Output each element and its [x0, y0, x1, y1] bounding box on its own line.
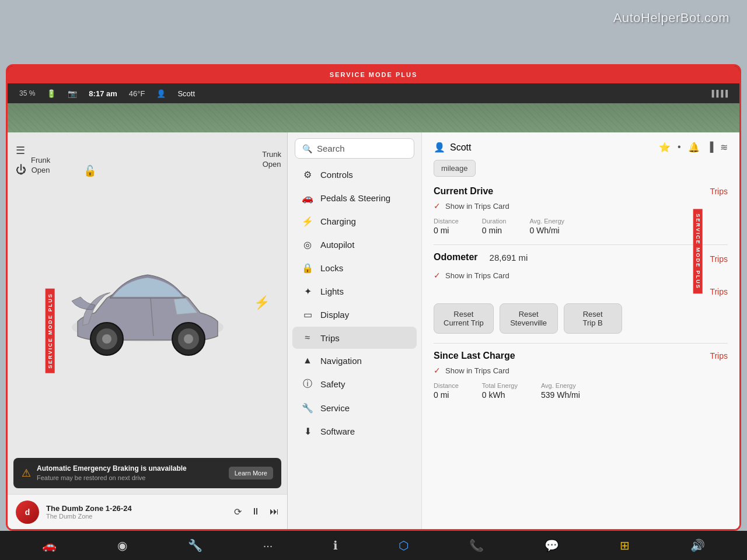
bell-icon[interactable]: 🔔	[688, 142, 700, 153]
restart-icon[interactable]: ⟳	[234, 506, 242, 517]
current-drive-title: Current Drive	[434, 186, 493, 197]
wifi-icon: ≋	[720, 142, 728, 153]
messages-icon: 💬	[544, 538, 559, 552]
since-charge-distance-value: 0 mi	[434, 390, 459, 400]
user-profile-icon: 👤	[434, 142, 445, 153]
taskbar-tools[interactable]: 🔧	[188, 538, 203, 552]
main-content: SERVICE MODE PLUS ☰ ⏻ Frunk Open Trunk O…	[8, 132, 739, 529]
menu-item-pedals[interactable]: 🚗 Pedals & Steering	[292, 187, 417, 209]
music-info: The Dumb Zone 1-26-24 The Dumb Zone	[46, 504, 227, 520]
status-bar: 35 % 🔋 📷 8:17 am 46°F 👤 Scott ▐▐▐▐	[8, 83, 739, 103]
menu-item-locks[interactable]: 🔒 Locks	[292, 257, 417, 279]
avg-energy-label: Avg. Energy	[529, 218, 564, 225]
reset-current-trip-button[interactable]: Reset Current Trip	[434, 303, 494, 334]
avg-energy-value: 0 Wh/mi	[529, 226, 564, 235]
user-icon: 👤	[156, 89, 166, 98]
settings-detail: 👤 Scott ⭐ • 🔔 ▐ ≋ mileage Current Dri	[422, 132, 739, 529]
menu-label-display: Display	[320, 310, 349, 320]
alert-icon: ⚠	[22, 467, 31, 480]
safety-icon: ⓘ	[302, 378, 313, 390]
search-box[interactable]: 🔍 Search	[295, 138, 414, 159]
menu-item-software[interactable]: ⬇ Software	[292, 420, 417, 443]
current-drive-show-trips[interactable]: Show in Trips Card	[445, 202, 509, 211]
taskbar-grid[interactable]: ⊞	[620, 538, 630, 552]
menu-label-pedals: Pedals & Steering	[320, 193, 390, 203]
info-icon: ℹ	[333, 538, 338, 552]
menu-item-safety[interactable]: ⓘ Safety	[292, 372, 417, 396]
current-drive-header: Current Drive Trips	[434, 186, 728, 197]
duration-label: Duration	[482, 218, 507, 225]
pause-icon[interactable]: ⏸	[251, 506, 260, 517]
learn-more-button[interactable]: Learn More	[229, 467, 273, 480]
since-charge-avg-energy: Avg. Energy 539 Wh/mi	[541, 382, 580, 400]
alert-text: Automatic Emergency Braking is unavailab…	[37, 464, 223, 482]
taskbar-info[interactable]: ℹ	[333, 538, 338, 552]
tools-icon: 🔧	[188, 538, 203, 552]
menu-item-lights[interactable]: ✦ Lights	[292, 280, 417, 303]
odometer-check-icon: ✓	[434, 271, 441, 280]
odometer-row: Odometer 28,691 mi	[434, 252, 528, 262]
taskbar-volume[interactable]: 🔊	[690, 538, 705, 552]
bluetooth-icon: ⬡	[399, 538, 409, 552]
screen-frame: SERVICE MODE PLUS 35 % 🔋 📷 8:17 am 46°F …	[6, 64, 741, 531]
dot-icon[interactable]: •	[678, 142, 681, 153]
since-charge-distance: Distance 0 mi	[434, 382, 459, 400]
menu-item-navigation[interactable]: ▲ Navigation	[292, 349, 417, 372]
navigation-icon: ▲	[302, 355, 313, 366]
current-drive-trips-link[interactable]: Trips	[710, 187, 728, 196]
check-icon: ✓	[434, 201, 441, 211]
music-controls: ⟳ ⏸ ⏭	[234, 506, 279, 517]
phone-icon: 📞	[469, 538, 484, 552]
menu-label-trips: Trips	[320, 333, 340, 343]
menu-item-autopilot[interactable]: ◎ Autopilot	[292, 233, 417, 256]
duration-value: 0 min	[482, 226, 507, 235]
stat-avg-energy: Avg. Energy 0 Wh/mi	[529, 218, 564, 235]
odometer-show-trips[interactable]: Show in Trips Card	[445, 271, 509, 280]
music-bar: d The Dumb Zone 1-26-24 The Dumb Zone ⟳ …	[8, 494, 287, 529]
since-last-charge-trips-link[interactable]: Trips	[710, 351, 728, 360]
menu-item-trips[interactable]: ≈ Trips	[292, 327, 417, 349]
taskbar-phone[interactable]: 📞	[469, 538, 484, 552]
stat-distance: Distance 0 mi	[434, 218, 459, 235]
mileage-chip[interactable]: mileage	[434, 160, 476, 177]
since-last-charge-checkbox-row: ✓ Show in Trips Card	[434, 366, 728, 375]
taskbar-bluetooth[interactable]: ⬡	[399, 538, 409, 552]
more-icon: ···	[263, 539, 273, 552]
taskbar: 🚗 ◉ 🔧 ··· ℹ ⬡ 📞 💬 ⊞ 🔊	[0, 531, 747, 560]
svg-point-6	[184, 334, 193, 344]
menu-item-charging[interactable]: ⚡ Charging	[292, 210, 417, 233]
taskbar-circle[interactable]: ◉	[117, 538, 127, 552]
car-icon: 🚗	[42, 538, 57, 552]
software-icon: ⬇	[302, 426, 313, 437]
distance-label: Distance	[434, 218, 459, 225]
taskbar-messages[interactable]: 💬	[544, 538, 559, 552]
reset-buttons: Reset Current Trip Reset Stevenville Res…	[434, 303, 728, 334]
extra-trips-link[interactable]: Trips	[710, 287, 728, 296]
divider-2	[434, 343, 728, 344]
svg-point-3	[102, 334, 111, 344]
menu-label-navigation: Navigation	[320, 356, 362, 366]
right-panel: 🔍 Search ⚙ Controls 🚗 Pedals & Steering …	[288, 132, 739, 529]
charging-icon: ⚡	[302, 216, 313, 227]
skip-icon[interactable]: ⏭	[270, 506, 279, 517]
taskbar-more[interactable]: ···	[263, 539, 273, 552]
menu-item-display[interactable]: ▭ Display	[292, 303, 417, 326]
service-icon: 🔧	[302, 402, 313, 414]
star-icon[interactable]: ⭐	[659, 142, 671, 153]
taskbar-car[interactable]: 🚗	[42, 538, 57, 552]
watermark: AutoHelperBot.com	[613, 10, 729, 26]
since-charge-check-icon: ✓	[434, 366, 441, 375]
since-charge-show-trips[interactable]: Show in Trips Card	[445, 366, 509, 375]
reset-trip-b-button[interactable]: Reset Trip B	[564, 303, 622, 334]
car-image	[60, 246, 235, 362]
menu-item-controls[interactable]: ⚙ Controls	[292, 163, 417, 186]
controls-icon: ⚙	[302, 169, 313, 180]
menu-item-service[interactable]: 🔧 Service	[292, 397, 417, 419]
car-area: Frunk Open Trunk Open 🔓 ⚡	[8, 132, 287, 458]
reset-stevenville-button[interactable]: Reset Stevenville	[500, 303, 558, 334]
odometer-header: Odometer 28,691 mi Trips	[434, 252, 728, 266]
signal-bars-icon: ▐	[707, 142, 713, 153]
alert-title: Automatic Emergency Braking is unavailab…	[37, 464, 223, 474]
odometer-trips-link[interactable]: Trips	[710, 254, 728, 264]
divider-1	[434, 244, 728, 245]
